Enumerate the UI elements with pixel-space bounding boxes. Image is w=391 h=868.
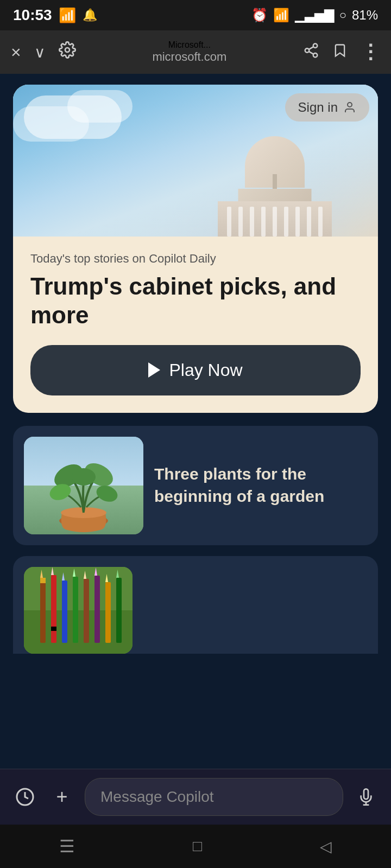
browser-bar: × ∨ Microsoft... microsoft.com ⋮	[0, 30, 391, 74]
sign-in-label: Sign in	[298, 100, 338, 115]
bookmark-icon[interactable]	[332, 42, 348, 62]
svg-rect-30	[105, 582, 111, 643]
notification-icon: 🔔	[83, 8, 97, 22]
status-time: 10:53	[13, 7, 52, 24]
svg-line-5	[309, 47, 314, 49]
capitol-illustration	[204, 117, 345, 237]
svg-rect-19	[51, 575, 56, 643]
svg-rect-26	[84, 579, 89, 643]
hamburger-icon[interactable]: ☰	[59, 836, 75, 857]
pencils-image	[24, 567, 133, 654]
svg-rect-32	[116, 578, 122, 643]
svg-point-3	[313, 53, 318, 58]
browser-url-title: Microsoft...	[168, 40, 211, 50]
svg-line-4	[309, 51, 314, 54]
news-card-plants[interactable]: Three plants for the beginning of a gard…	[13, 426, 378, 545]
battery-percent: 81%	[352, 8, 378, 23]
history-button[interactable]	[11, 783, 39, 811]
mic-button[interactable]	[352, 783, 380, 811]
nav-bar: ☰ □ ◁	[0, 825, 391, 868]
back-icon[interactable]: ◁	[320, 838, 332, 856]
wifi-icon: 📶	[273, 8, 289, 23]
sign-in-button[interactable]: Sign in	[285, 93, 369, 122]
svg-point-13	[94, 483, 119, 505]
svg-rect-18	[40, 578, 46, 583]
more-menu-icon[interactable]: ⋮	[361, 41, 380, 63]
input-bar: +	[0, 769, 391, 825]
svg-point-11	[72, 468, 96, 486]
sim-icon: 📶	[59, 7, 76, 24]
svg-rect-22	[62, 580, 67, 643]
svg-point-0	[65, 48, 70, 52]
browser-url[interactable]: Microsoft... microsoft.com	[89, 40, 290, 64]
plant-image	[24, 437, 143, 534]
play-now-button[interactable]: Play Now	[30, 345, 361, 395]
top-card-body: Today's top stories on Copilot Daily Tru…	[13, 237, 378, 413]
svg-point-1	[313, 43, 318, 48]
play-now-label: Play Now	[169, 360, 242, 380]
svg-rect-21	[51, 627, 56, 631]
top-card-subtitle: Today's top stories on Copilot Daily	[30, 252, 361, 266]
svg-rect-24	[73, 577, 78, 643]
top-card-image: Sign in	[13, 85, 378, 237]
news-card-pencils[interactable]	[13, 556, 378, 654]
main-content: Sign in Today's top stories on Copilot D…	[0, 74, 391, 654]
svg-point-6	[348, 103, 352, 107]
close-button[interactable]: ×	[11, 42, 21, 62]
add-button[interactable]: +	[48, 783, 76, 811]
svg-point-2	[305, 48, 310, 53]
signal-icon: ▁▃▅▇	[295, 8, 334, 23]
expand-button[interactable]: ∨	[34, 43, 46, 61]
battery-icon: ○	[339, 8, 346, 22]
top-card: Sign in Today's top stories on Copilot D…	[13, 85, 378, 413]
play-icon	[148, 362, 160, 378]
message-input[interactable]	[85, 778, 343, 816]
svg-rect-16	[40, 578, 46, 643]
alarm-icon: ⏰	[251, 8, 268, 23]
settings-icon[interactable]	[59, 41, 76, 63]
svg-rect-28	[94, 576, 100, 643]
top-card-title: Trump's cabinet picks, and more	[30, 272, 361, 330]
browser-url-domain: microsoft.com	[152, 50, 226, 64]
status-bar: 10:53 📶 🔔 ⏰ 📶 ▁▃▅▇ ○ 81%	[0, 0, 391, 30]
share-icon[interactable]	[303, 42, 319, 62]
news-card-plants-title: Three plants for the beginning of a gard…	[154, 463, 367, 507]
home-icon[interactable]: □	[193, 838, 202, 855]
